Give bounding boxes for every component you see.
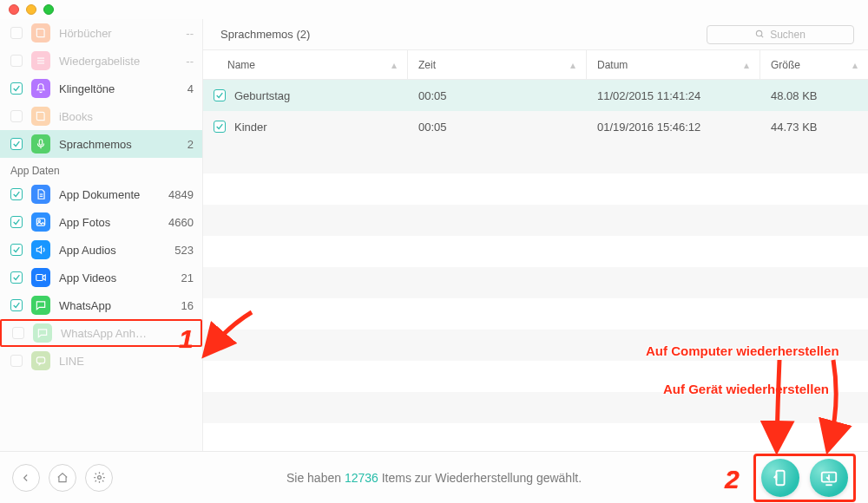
sidebar-item[interactable]: App Dokumente 4849 (0, 180, 202, 208)
search-icon (755, 29, 765, 39)
empty-row (203, 267, 868, 298)
sidebar: Hörbücher -- Wiedergabeliste -- Klingelt… (0, 19, 203, 451)
recover-to-device-button[interactable] (761, 459, 799, 497)
sidebar-item-label: WhatsApp (59, 299, 166, 312)
svg-rect-8 (36, 275, 43, 281)
footer: Sie haben 12736 Items zur Wiederherstell… (0, 451, 868, 503)
sidebar-item-label: WhatsApp Anh… (61, 327, 164, 340)
status-text: Sie haben 12736 Items zur Wiederherstell… (0, 471, 868, 485)
empty-row (203, 205, 868, 236)
sidebar-item-label: App Dokumente (59, 188, 160, 201)
checkbox[interactable] (10, 27, 23, 39)
svg-rect-13 (776, 470, 784, 485)
sidebar-item-count: 21 (174, 271, 194, 284)
empty-row (203, 330, 868, 361)
empty-row (203, 236, 868, 267)
window-minimize-button[interactable] (26, 4, 36, 15)
category-icon (31, 79, 50, 98)
sidebar-item[interactable]: Klingeltöne 4 (0, 75, 202, 102)
checkbox[interactable] (10, 55, 23, 67)
svg-rect-6 (36, 219, 44, 225)
back-button[interactable] (12, 464, 40, 492)
column-datum[interactable]: Datum▴ (587, 50, 760, 79)
category-icon (31, 351, 50, 370)
sidebar-item[interactable]: App Videos 21 (0, 264, 202, 291)
category-icon (31, 134, 50, 154)
action-buttons-group (753, 454, 856, 502)
sidebar-section-label: App Daten (0, 158, 202, 180)
category-icon (31, 107, 50, 126)
column-size[interactable]: Größe▴ (760, 50, 868, 79)
empty-row (203, 142, 868, 173)
sidebar-item-label: iBooks (59, 110, 166, 123)
cell-size: 48.08 KB (760, 89, 868, 102)
svg-rect-9 (36, 357, 44, 363)
main-panel: Sprachmemos (2) Suchen Name▴ Zeit▴ Datum… (203, 19, 868, 451)
sidebar-item-label: Hörbücher (59, 27, 166, 40)
checkbox[interactable] (10, 188, 23, 200)
checkbox[interactable] (10, 271, 23, 284)
checkbox[interactable] (214, 89, 226, 101)
sidebar-item-label: App Fotos (59, 216, 160, 229)
cell-datum: 11/02/2015 11:41:24 (587, 89, 760, 102)
checkbox[interactable] (214, 121, 226, 133)
sidebar-item-count: 523 (174, 244, 194, 257)
sidebar-item[interactable]: App Fotos 4660 (0, 208, 202, 236)
checkbox[interactable] (10, 299, 23, 311)
sidebar-item-count: -- (174, 55, 194, 68)
checkbox[interactable] (10, 355, 23, 367)
cell-zeit: 00:05 (408, 89, 587, 102)
sidebar-item[interactable]: WhatsApp 16 (0, 291, 202, 319)
checkbox[interactable] (12, 327, 24, 339)
arrow-left-icon (20, 472, 32, 484)
window-zoom-button[interactable] (43, 4, 54, 15)
cell-name: Kinder (234, 121, 267, 134)
sidebar-item[interactable]: Sprachmemos 2 (0, 130, 202, 158)
gear-icon (93, 471, 106, 484)
svg-point-10 (757, 30, 762, 36)
sidebar-item[interactable]: WhatsApp Anh… (0, 319, 202, 347)
sidebar-item[interactable]: Hörbücher -- (0, 19, 202, 47)
table-row[interactable]: Geburtstag 00:05 11/02/2015 11:41:24 48.… (203, 80, 868, 111)
cell-zeit: 00:05 (408, 121, 587, 134)
checkbox[interactable] (10, 244, 23, 256)
checkbox[interactable] (10, 138, 23, 150)
search-field[interactable]: Suchen (707, 25, 854, 44)
svg-point-12 (97, 476, 101, 480)
settings-button[interactable] (85, 464, 113, 492)
sidebar-item-label: Sprachmemos (59, 138, 166, 151)
table-body: Geburtstag 00:05 11/02/2015 11:41:24 48.… (203, 80, 868, 451)
sidebar-item-label: Wiedergabeliste (59, 55, 166, 68)
category-icon (31, 212, 50, 232)
sidebar-item[interactable]: Wiedergabeliste -- (0, 47, 202, 75)
search-placeholder: Suchen (770, 29, 806, 41)
sidebar-item[interactable]: App Audios 523 (0, 236, 202, 264)
content-title: Sprachmemos (2) (217, 28, 696, 41)
table-row[interactable]: Kinder 00:05 01/19/2016 15:46:12 44.73 K… (203, 111, 868, 142)
sidebar-item-label: App Audios (59, 244, 166, 257)
category-icon (31, 296, 50, 315)
sidebar-item-count: 4849 (168, 188, 194, 201)
sidebar-item[interactable]: LINE (0, 347, 202, 375)
home-button[interactable] (49, 464, 76, 492)
column-headers: Name▴ Zeit▴ Datum▴ Größe▴ (203, 50, 868, 80)
sidebar-item-count: 4660 (168, 216, 194, 229)
checkbox[interactable] (10, 216, 23, 228)
svg-line-11 (761, 36, 763, 37)
checkbox[interactable] (10, 82, 23, 95)
column-zeit[interactable]: Zeit▴ (408, 50, 587, 79)
sidebar-item[interactable]: iBooks (0, 102, 202, 130)
cell-size: 44.73 KB (760, 121, 868, 134)
category-icon (31, 240, 50, 259)
sidebar-item-count: -- (174, 27, 194, 40)
window-close-button[interactable] (9, 4, 19, 15)
column-name[interactable]: Name▴ (203, 50, 408, 79)
category-icon (31, 23, 50, 42)
empty-row (203, 173, 868, 205)
computer-download-icon (819, 468, 838, 487)
recover-to-computer-button[interactable] (810, 459, 848, 497)
category-icon (31, 51, 50, 70)
checkbox[interactable] (10, 110, 23, 122)
sidebar-item-label: Klingeltöne (59, 82, 166, 95)
device-export-icon (771, 468, 790, 487)
